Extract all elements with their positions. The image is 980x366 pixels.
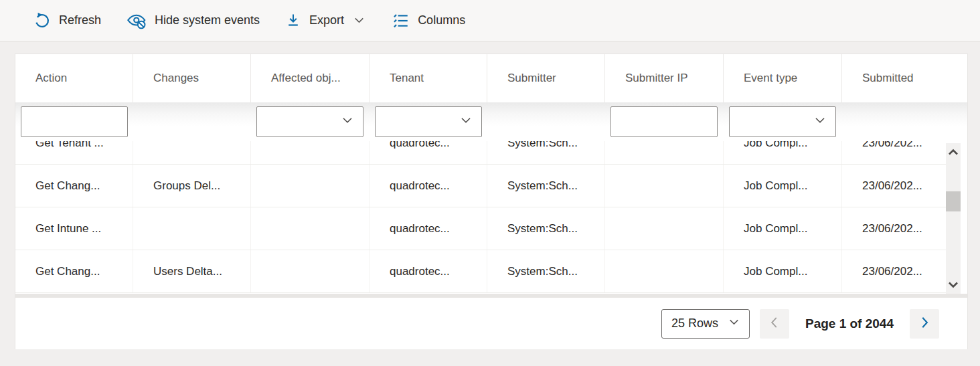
filter-cell-changes — [133, 102, 251, 141]
chevron-down-icon — [813, 113, 827, 130]
cell-submitter-ip — [605, 207, 724, 250]
events-grid: Action Changes Affected obj... Tenant Su… — [15, 54, 968, 349]
column-header-event-type[interactable]: Event type — [724, 54, 842, 102]
column-header-submitter-ip[interactable]: Submitter IP — [605, 54, 724, 102]
tenant-filter-select[interactable] — [375, 106, 482, 137]
cell-submitter-ip — [605, 141, 724, 164]
cell-affected-obj — [251, 250, 370, 292]
hide-system-events-button[interactable]: Hide system events — [124, 5, 262, 36]
column-header-submitter[interactable]: Submitter — [487, 54, 605, 102]
column-header-tenant[interactable]: Tenant — [370, 54, 487, 102]
cell-tenant: quadrotec... — [370, 207, 487, 250]
cell-tenant: quadrotec... — [370, 141, 487, 164]
filter-cell-submitted — [842, 102, 946, 141]
cell-action: Get Tenant ... — [15, 141, 133, 164]
refresh-icon — [33, 12, 51, 29]
cell-event-type: Job Compl... — [724, 207, 842, 250]
filter-cell-tenant — [370, 102, 487, 141]
filter-cell-affected-obj — [251, 102, 370, 141]
cell-changes — [133, 141, 251, 164]
rows-per-page-select[interactable]: 25 Rows — [661, 309, 750, 339]
cell-event-type: Job Compl... — [724, 141, 842, 164]
cell-affected-obj — [251, 141, 370, 164]
page-indicator: Page 1 of 2044 — [805, 316, 894, 331]
chevron-down-icon — [948, 280, 959, 292]
column-header-affected-obj[interactable]: Affected obj... — [251, 54, 370, 102]
export-chevron-down-icon — [352, 13, 366, 27]
cell-submitter: System:Sch... — [487, 207, 605, 250]
table-row[interactable]: Get Chang... Users Delta... quadrotec...… — [15, 250, 946, 293]
refresh-button[interactable]: Refresh — [31, 5, 104, 36]
download-icon — [285, 12, 301, 29]
cell-tenant: quadrotec... — [370, 250, 487, 292]
cell-submitter-ip — [605, 165, 724, 207]
cell-tenant: quadrotec... — [370, 165, 487, 207]
export-button[interactable]: Export — [282, 5, 369, 36]
submitter-ip-filter-input[interactable] — [610, 106, 718, 137]
cell-submitted: 23/06/202... — [842, 207, 946, 250]
cell-submitter: System:Sch... — [487, 141, 605, 164]
table-row[interactable]: Get Tenant ... quadrotec... System:Sch..… — [15, 141, 946, 165]
cell-submitted: 23/06/202... — [842, 250, 946, 292]
vertical-scrollbar[interactable] — [946, 143, 961, 295]
event-type-filter-select[interactable] — [729, 106, 836, 137]
filter-cell-action — [15, 102, 133, 141]
cell-event-type: Job Compl... — [724, 250, 842, 292]
table-row[interactable]: Get Intune ... quadrotec... System:Sch..… — [15, 207, 946, 250]
scrollbar-thumb[interactable] — [946, 191, 961, 211]
chevron-down-icon — [340, 113, 355, 130]
pagination-footer: 25 Rows Page 1 of 2044 — [15, 298, 967, 349]
chevron-down-icon — [727, 315, 741, 333]
scroll-up-button[interactable] — [946, 145, 961, 161]
action-filter-input[interactable] — [21, 106, 128, 137]
cell-submitted: 23/06/202... — [842, 165, 946, 207]
cell-submitter: System:Sch... — [487, 165, 605, 207]
rows-per-page-value: 25 Rows — [671, 316, 722, 331]
table-row[interactable]: Get Chang... Groups Del... quadrotec... … — [15, 165, 946, 207]
columns-label: Columns — [418, 13, 465, 27]
filter-cell-submitter — [487, 102, 605, 141]
filter-cell-event-type — [724, 102, 842, 141]
affected-object-filter-select[interactable] — [256, 106, 363, 137]
eye-off-icon — [127, 12, 147, 29]
hide-system-events-label: Hide system events — [155, 13, 260, 27]
cell-submitter: System:Sch... — [487, 250, 605, 292]
table-header-row: Action Changes Affected obj... Tenant Su… — [15, 54, 946, 102]
columns-list-icon — [392, 12, 410, 29]
cell-affected-obj — [251, 165, 370, 207]
filter-cell-submitter-ip — [605, 102, 724, 141]
cell-action: Get Intune ... — [15, 207, 133, 250]
scroll-down-button[interactable] — [946, 278, 961, 294]
table-body: Get Tenant ... quadrotec... System:Sch..… — [15, 141, 946, 293]
cell-action: Get Chang... — [15, 165, 133, 207]
export-label: Export — [309, 13, 344, 27]
chevron-right-icon — [917, 315, 932, 333]
column-header-action[interactable]: Action — [15, 54, 133, 102]
cell-affected-obj — [251, 207, 370, 250]
chevron-up-icon — [948, 147, 959, 159]
cell-changes — [133, 207, 251, 250]
cell-changes: Users Delta... — [133, 250, 251, 292]
chevron-down-icon — [459, 113, 473, 130]
refresh-label: Refresh — [59, 13, 101, 27]
cell-action: Get Chang... — [15, 250, 133, 292]
cell-submitted: 23/06/202... — [842, 141, 946, 164]
cell-event-type: Job Compl... — [724, 165, 842, 207]
previous-page-button[interactable] — [760, 309, 789, 339]
columns-button[interactable]: Columns — [389, 5, 468, 36]
toolbar: Refresh Hide system events Export — [0, 0, 980, 41]
column-header-changes[interactable]: Changes — [133, 54, 251, 102]
filter-row — [15, 102, 967, 141]
next-page-button[interactable] — [910, 309, 939, 339]
chevron-left-icon — [767, 315, 782, 333]
cell-submitter-ip — [605, 250, 724, 292]
column-header-submitted[interactable]: Submitted — [842, 54, 946, 102]
cell-changes: Groups Del... — [133, 165, 251, 207]
